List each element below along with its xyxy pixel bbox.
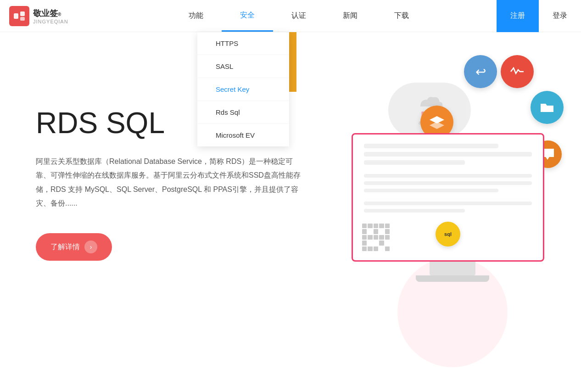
activity-icon	[501, 55, 534, 88]
login-button[interactable]: 登录	[539, 0, 581, 32]
reply-icon: ↩	[464, 55, 497, 88]
monitor-illustration: sql	[352, 133, 553, 280]
logo-cn-name: 敬业签®	[33, 8, 68, 19]
dropdown-item-microsoft-ev[interactable]: Microsoft EV	[197, 124, 289, 146]
svg-rect-2	[20, 17, 25, 21]
sql-badge: sql	[436, 222, 460, 246]
illustration-area: ✚ ✚ 阿里云 aliyun.com ↩	[333, 50, 572, 372]
page-description: 阿里云关系型数据库（Relational Database Service，简称…	[36, 155, 302, 211]
security-dropdown: HTTPS SASL Secret Key Rds Sql Microsoft …	[197, 32, 289, 146]
logo-icon	[9, 6, 29, 26]
nav-item-security[interactable]: 安全	[222, 0, 273, 32]
monitor-stand	[430, 262, 475, 275]
svg-marker-4	[430, 122, 444, 129]
main-nav: 功能 安全 认证 新闻 下载	[101, 0, 497, 32]
banner-left-white	[0, 32, 197, 92]
nav-item-download[interactable]: 下载	[376, 0, 427, 32]
qr-element	[362, 224, 390, 251]
nav-item-news[interactable]: 新闻	[324, 0, 376, 32]
dropdown-item-secret-key[interactable]: Secret Key	[197, 78, 289, 101]
header-actions: 注册 登录	[497, 0, 581, 32]
arrow-icon: ›	[84, 241, 97, 253]
dropdown-item-sasl[interactable]: SASL	[197, 55, 289, 78]
folder-icon	[531, 91, 564, 124]
register-button[interactable]: 注册	[497, 0, 539, 32]
monitor-screen: sql	[352, 133, 544, 262]
logo-area: 敬业签® JINGYEQIAN	[0, 6, 101, 26]
dropdown-item-rds-sql[interactable]: Rds Sql	[197, 101, 289, 124]
logo-text: 敬业签® JINGYEQIAN	[33, 8, 68, 24]
screen-content	[353, 134, 543, 225]
learn-more-button[interactable]: 了解详情 ›	[36, 233, 112, 261]
learn-more-label: 了解详情	[50, 242, 80, 252]
svg-rect-0	[14, 13, 18, 19]
nav-item-auth[interactable]: 认证	[273, 0, 324, 32]
main-content: RDS SQL 阿里云关系型数据库（Relational Database Se…	[0, 32, 581, 392]
logo-en-name: JINGYEQIAN	[33, 19, 68, 24]
header: 敬业签® JINGYEQIAN 功能 安全 认证 新闻 下载 注册 登录	[0, 0, 581, 32]
svg-rect-1	[20, 11, 25, 16]
dropdown-item-https[interactable]: HTTPS	[197, 32, 289, 55]
nav-item-features[interactable]: 功能	[170, 0, 222, 32]
monitor-base	[416, 275, 489, 282]
